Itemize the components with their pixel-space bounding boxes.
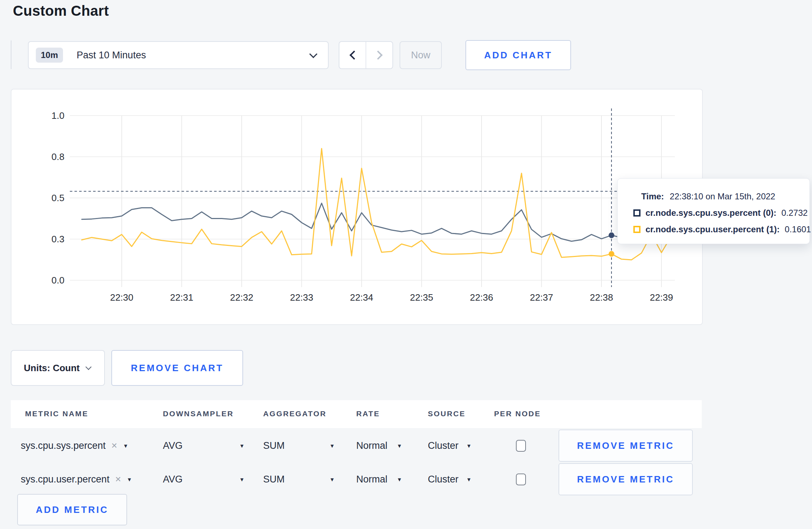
remove-chart-button[interactable]: REMOVE CHART xyxy=(111,350,243,386)
x-tick-label: 22:34 xyxy=(350,292,373,303)
caret-down-icon: ▼ xyxy=(329,443,335,448)
metric-row: sys.cpu.sys.percent × ▼ AVG ▼ SUM ▼ Norm… xyxy=(11,429,702,462)
per-node-checkbox[interactable] xyxy=(516,440,526,452)
rate-select[interactable]: Normal ▼ xyxy=(356,462,402,496)
aggregator-select[interactable]: SUM ▼ xyxy=(263,429,335,462)
custom-chart-page: { "page": { "title": "Custom Chart", "ba… xyxy=(0,0,812,529)
aggregator-value: SUM xyxy=(263,474,285,485)
downsampler-select[interactable]: AVG ▼ xyxy=(163,462,245,496)
per-node-checkbox[interactable] xyxy=(516,474,526,485)
remove-metric-button[interactable]: REMOVE METRIC xyxy=(559,463,693,495)
now-button[interactable]: Now xyxy=(400,41,442,69)
time-range-badge: 10m xyxy=(36,48,63,63)
tooltip-time-row: Time: 22:38:10 on Mar 15th, 2022 xyxy=(633,189,809,204)
header-rate: RATE xyxy=(356,409,380,418)
rate-value: Normal xyxy=(356,440,387,451)
caret-down-icon: ▼ xyxy=(397,443,402,448)
source-value: Cluster xyxy=(428,440,459,451)
metric-row: sys.cpu.user.percent × ▼ AVG ▼ SUM ▼ Nor… xyxy=(11,462,702,496)
x-tick-label: 22:33 xyxy=(290,292,313,303)
aggregator-value: SUM xyxy=(263,440,285,451)
remove-metric-button[interactable]: REMOVE METRIC xyxy=(559,429,693,462)
next-range-button[interactable] xyxy=(366,42,392,68)
caret-down-icon: ▼ xyxy=(123,443,128,448)
tooltip-series-value: 0.2732 xyxy=(781,208,807,218)
y-tick-label: 0.5 xyxy=(52,193,64,203)
rate-value: Normal xyxy=(356,474,387,485)
hover-point-dot xyxy=(609,251,614,257)
rate-select[interactable]: Normal ▼ xyxy=(356,429,402,462)
y-tick-label: 0.3 xyxy=(52,234,64,244)
header-per-node: PER NODE xyxy=(494,409,541,418)
time-range-label: Past 10 Minutes xyxy=(77,50,311,61)
y-tick-label: 1.0 xyxy=(52,110,64,121)
caret-down-icon: ▼ xyxy=(466,443,472,448)
metric-name-select[interactable]: sys.cpu.user.percent × ▼ xyxy=(21,462,150,496)
per-node-cell xyxy=(510,462,532,496)
time-range-select[interactable]: 10m Past 10 Minutes xyxy=(28,41,329,69)
series-swatch-icon xyxy=(633,226,641,233)
chevron-right-icon xyxy=(373,50,382,59)
hover-point-dot xyxy=(609,232,614,238)
source-value: Cluster xyxy=(428,474,459,485)
caret-down-icon: ▼ xyxy=(329,477,335,482)
x-tick-label: 22:35 xyxy=(410,292,433,303)
tooltip-series-label: cr.node.sys.cpu.sys.percent (0): xyxy=(646,208,776,218)
x-tick-label: 22:36 xyxy=(470,292,493,303)
toolbar-divider xyxy=(11,40,11,69)
add-metric-button[interactable]: ADD METRIC xyxy=(17,494,127,525)
caret-down-icon: ▼ xyxy=(127,477,132,482)
tooltip-series-value: 0.1601 xyxy=(785,224,811,234)
downsampler-value: AVG xyxy=(163,440,183,451)
chevron-left-icon xyxy=(349,50,358,59)
time-nav-group xyxy=(339,41,393,69)
clear-metric-icon[interactable]: × xyxy=(115,474,122,484)
source-select[interactable]: Cluster ▼ xyxy=(428,429,472,462)
page-title: Custom Chart xyxy=(13,3,109,19)
y-tick-label: 0.0 xyxy=(52,275,64,286)
tooltip-series-row: cr.node.sys.cpu.sys.percent (0): 0.2732 xyxy=(633,206,809,220)
clear-metric-icon[interactable]: × xyxy=(111,441,118,451)
units-label: Units: Count xyxy=(24,363,80,374)
header-aggregator: AGGREGATOR xyxy=(263,409,327,418)
series-line xyxy=(82,203,671,241)
x-tick-label: 22:30 xyxy=(110,292,133,303)
x-tick-label: 22:32 xyxy=(230,292,253,303)
chart-card: 22:3022:3122:3222:3322:3422:3522:3622:37… xyxy=(11,89,703,325)
source-select[interactable]: Cluster ▼ xyxy=(428,462,472,496)
x-tick-label: 22:39 xyxy=(650,292,673,303)
x-tick-label: 22:31 xyxy=(170,292,193,303)
metric-name-select[interactable]: sys.cpu.sys.percent × ▼ xyxy=(21,429,150,462)
chart-tooltip: Time: 22:38:10 on Mar 15th, 2022 cr.node… xyxy=(617,178,810,244)
series-swatch-icon xyxy=(633,209,641,217)
y-tick-label: 0.8 xyxy=(52,151,64,162)
metric-name-label: sys.cpu.user.percent xyxy=(21,474,110,485)
timeseries-chart[interactable]: 22:3022:3122:3222:3322:3422:3522:3622:37… xyxy=(11,89,702,324)
tooltip-series-row: cr.node.sys.cpu.user.percent (1): 0.1601 xyxy=(633,222,809,237)
downsampler-value: AVG xyxy=(163,474,183,485)
caret-down-icon: ▼ xyxy=(466,477,472,482)
caret-down-icon: ▼ xyxy=(397,477,402,482)
prev-range-button[interactable] xyxy=(339,42,366,68)
add-chart-button[interactable]: ADD CHART xyxy=(465,40,571,70)
tooltip-series-label: cr.node.sys.cpu.user.percent (1): xyxy=(646,224,780,234)
header-downsampler: DOWNSAMPLER xyxy=(163,409,234,418)
chevron-down-icon xyxy=(86,364,92,370)
downsampler-select[interactable]: AVG ▼ xyxy=(163,429,245,462)
per-node-cell xyxy=(510,429,532,462)
series-line xyxy=(82,149,671,260)
header-metric-name: METRIC NAME xyxy=(25,409,88,418)
tooltip-time-value: 22:38:10 on Mar 15th, 2022 xyxy=(670,191,775,202)
caret-down-icon: ▼ xyxy=(239,477,245,482)
header-source: SOURCE xyxy=(428,409,465,418)
x-tick-label: 22:37 xyxy=(530,292,553,303)
caret-down-icon: ▼ xyxy=(239,443,245,448)
metric-name-label: sys.cpu.sys.percent xyxy=(21,440,106,451)
units-select[interactable]: Units: Count xyxy=(11,350,105,386)
metrics-table-header: METRIC NAME DOWNSAMPLER AGGREGATOR RATE … xyxy=(11,400,702,428)
x-tick-label: 22:38 xyxy=(590,292,613,303)
aggregator-select[interactable]: SUM ▼ xyxy=(263,462,335,496)
tooltip-time-label: Time: xyxy=(641,191,664,202)
